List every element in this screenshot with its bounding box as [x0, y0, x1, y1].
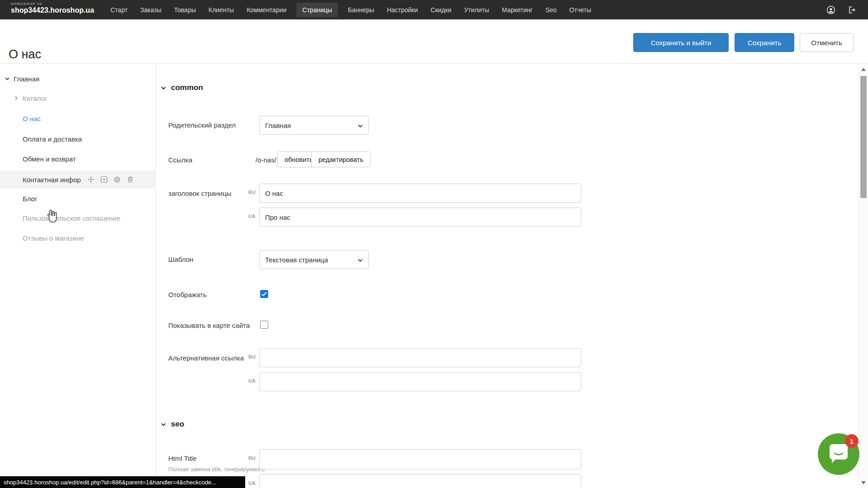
page-title: О нас: [9, 47, 41, 62]
tree-item-otzyvy[interactable]: Отзывы о магазине: [0, 230, 156, 246]
scroll-down-arrow-icon[interactable]: [861, 481, 866, 484]
link-path-value: /o-nas/: [256, 156, 276, 164]
chevron-down-icon: [5, 76, 10, 81]
chat-unread-badge: 1: [845, 434, 859, 448]
lang-ru-badge: RU: [244, 190, 256, 195]
nav-item-comments[interactable]: Комментарии: [244, 3, 289, 17]
page-heading-ua-input[interactable]: [259, 208, 581, 227]
parent-section-label: Родительский раздел: [168, 121, 236, 129]
account-icon[interactable]: [826, 5, 835, 14]
tree-item-label: Обмен и возврат: [23, 155, 76, 163]
chevron-down-icon: [161, 422, 166, 427]
section-seo-toggle[interactable]: seo: [161, 420, 184, 429]
pages-tree-sidebar: Главная Каталог О нас Оплата и доставка …: [0, 64, 156, 488]
settings-gear-icon[interactable]: [114, 176, 121, 183]
chevron-down-icon: [357, 123, 363, 129]
parent-section-select[interactable]: Главная: [259, 116, 369, 135]
tree-item-obmen[interactable]: Обмен и возврат: [0, 151, 156, 167]
save-and-exit-button[interactable]: Сохранить и выйти: [633, 33, 729, 52]
nav-item-start[interactable]: Старт: [108, 3, 130, 17]
link-preview-statusbar: shop34423.horoshop.ua/edit/edit.php?id=6…: [0, 476, 245, 488]
link-edit-button[interactable]: редактировать: [311, 152, 370, 167]
nav-item-pages[interactable]: Страницы: [296, 3, 338, 17]
page-header: О нас Сохранить и выйти Сохранить Отмени…: [0, 19, 868, 64]
sitemap-checkbox[interactable]: [260, 321, 268, 329]
alt-link-label: Альтернативная ссылка: [168, 354, 244, 362]
display-label: Отображать: [168, 291, 207, 298]
scroll-up-arrow-icon[interactable]: [861, 68, 866, 71]
nav-item-settings[interactable]: Настройки: [384, 3, 421, 17]
top-navbar: HOROSHOP V4 shop34423.horoshop.ua Старт …: [0, 0, 868, 19]
chevron-down-icon: [357, 257, 363, 263]
logo[interactable]: HOROSHOP V4 shop34423.horoshop.ua: [11, 2, 94, 14]
lang-ru-badge: RU: [244, 455, 256, 461]
page-heading-ru-input[interactable]: [259, 184, 581, 203]
move-icon[interactable]: [87, 176, 95, 183]
save-button[interactable]: Сохранить: [735, 33, 794, 52]
chevron-right-icon: [14, 95, 19, 101]
lang-ua-badge: UA: [244, 480, 256, 486]
tree-item-glavnaya[interactable]: Главная: [0, 71, 156, 87]
tree-item-label: Главная: [14, 75, 39, 83]
template-value: Текстовая страница: [265, 256, 328, 264]
chevron-down-icon: [161, 85, 166, 91]
tree-item-soglashenie[interactable]: Пользовательское соглашение: [0, 210, 156, 226]
logo-version: HOROSHOP V4: [11, 2, 94, 6]
nav-item-utilities[interactable]: Утилиты: [461, 3, 492, 17]
link-label: Ссылка: [168, 156, 192, 164]
lang-ru-badge: RU: [244, 354, 256, 360]
navbar-right: [826, 0, 856, 19]
logout-icon[interactable]: [847, 5, 856, 14]
nav-item-marketing[interactable]: Маркетинг: [499, 3, 536, 17]
tree-item-label: О нас: [23, 115, 41, 123]
nav-item-banners[interactable]: Баннеры: [345, 3, 377, 17]
nav-item-seo[interactable]: Seo: [543, 3, 560, 17]
nav-item-products[interactable]: Товары: [171, 3, 199, 17]
tree-item-blog[interactable]: Блог: [0, 190, 156, 207]
page-heading-label: заголовок страницы: [168, 190, 232, 197]
tree-item-o-nas[interactable]: О нас: [0, 110, 156, 127]
cancel-button[interactable]: Отменить: [800, 33, 854, 52]
tree-item-label: Оплата и доставка: [23, 135, 82, 143]
section-title: seo: [171, 420, 184, 429]
add-page-icon[interactable]: [100, 176, 108, 183]
tree-item-label: Каталог: [23, 95, 47, 102]
tree-item-kontaktnaya[interactable]: Контактная инфор: [0, 171, 156, 189]
nav-item-orders[interactable]: Заказы: [138, 3, 164, 17]
tree-item-label: Пользовательское соглашение: [23, 214, 120, 222]
template-label: Шаблон: [168, 256, 194, 263]
tree-item-label: Отзывы о магазине: [23, 234, 84, 242]
alt-link-ru-input[interactable]: [259, 348, 581, 367]
nav-item-discounts[interactable]: Скидки: [428, 3, 454, 17]
tree-item-actions: [87, 176, 134, 183]
lang-ua-badge: UA: [244, 213, 256, 219]
vertical-scrollbar[interactable]: [859, 64, 868, 488]
delete-trash-icon[interactable]: [127, 176, 134, 183]
html-title-ru-input[interactable]: [259, 449, 581, 469]
tree-item-label: Блог: [23, 195, 37, 203]
chat-bubble-icon: [829, 443, 849, 465]
html-title-ua-input[interactable]: [259, 474, 581, 488]
page-edit-form: common Родительский раздел Главная Ссылк…: [156, 64, 859, 488]
tree-item-katalog[interactable]: Каталог: [0, 90, 156, 106]
alt-link-ua-input[interactable]: [259, 372, 581, 391]
main-menu: Старт Заказы Товары Клиенты Комментарии …: [108, 0, 594, 19]
section-title: common: [171, 83, 203, 92]
lang-ua-badge: UA: [244, 378, 256, 384]
template-select[interactable]: Текстовая страница: [259, 250, 369, 269]
scrollbar-thumb[interactable]: [860, 76, 867, 198]
html-title-label: Html Title: [168, 455, 197, 462]
nav-item-reports[interactable]: Отчеты: [567, 3, 594, 17]
sitemap-label: Показывать в карте сайта: [168, 322, 250, 329]
tree-item-oplata[interactable]: Оплата и доставка: [0, 131, 156, 147]
nav-item-clients[interactable]: Клиенты: [206, 3, 237, 17]
logo-domain: shop34423.horoshop.ua: [11, 6, 94, 14]
html-title-hint: Полная замена title, генерируемого: [168, 466, 265, 473]
display-checkbox[interactable]: [260, 290, 268, 298]
tree-item-label: Контактная инфор: [23, 176, 81, 184]
check-icon: [260, 290, 268, 298]
section-common-toggle[interactable]: common: [161, 83, 203, 92]
parent-section-value: Главная: [265, 122, 291, 129]
